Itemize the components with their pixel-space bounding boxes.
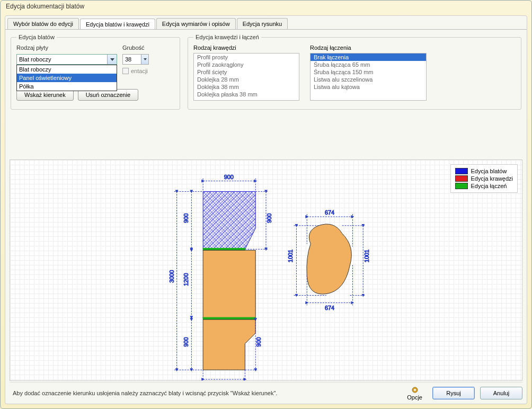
anuluj-button[interactable]: Anuluj <box>480 387 522 399</box>
svg-marker-11 <box>203 319 255 370</box>
dim-h-top: 900 <box>183 214 189 223</box>
tab-bar: Wybór blatów do edycji Edycja blatów i k… <box>5 16 527 29</box>
dim-h-bot: 900 <box>183 337 189 346</box>
panel-left-legend: Edycja blatów <box>16 34 57 40</box>
chevron-down-icon[interactable] <box>107 55 117 64</box>
list-item[interactable]: Brak łączenia <box>311 54 426 61</box>
drawing-area[interactable]: 900 900 3000 900 <box>10 159 522 381</box>
legend-label: Edycja krawędzi <box>471 175 513 182</box>
status-bar: Aby dodać oznaczenie kierunku usłojenia … <box>10 382 522 401</box>
drawing-svg: 900 900 3000 900 <box>10 160 522 380</box>
rodzaj-krawedzi-label: Rodzaj krawędzi <box>193 45 299 51</box>
window-title: Edycja dokumentacji blatów <box>1 1 531 13</box>
legend-label: Edycja łączeń <box>471 183 507 189</box>
svg-rect-10 <box>203 317 255 319</box>
rodzaj-plyty-combo[interactable]: Blat roboczy Blat roboczy Panel oświetle… <box>16 54 117 65</box>
rodzaj-laczenia-list[interactable]: Brak łączenia Śruba łącząca 65 mm Śruba … <box>310 53 427 101</box>
dd-item-panel-oswietleniowy[interactable]: Panel oświetleniowy <box>17 74 117 82</box>
list-item[interactable]: Doklejka płaska 38 mm <box>194 91 299 98</box>
list-item[interactable]: Profil prosty <box>194 54 299 61</box>
grubosc-value: 38 <box>125 56 131 63</box>
opcje-button[interactable]: Opcje <box>402 384 427 402</box>
swatch-krawedzi <box>455 175 468 182</box>
list-item[interactable]: Śruba łącząca 150 mm <box>311 68 426 76</box>
list-item[interactable]: Śruba łącząca 65 mm <box>311 61 426 68</box>
rodzaj-laczenia-label: Rodzaj łączenia <box>310 45 427 51</box>
panel-edycja-blatow: Edycja blatów Rodzaj płyty Grubość Blat … <box>11 34 180 110</box>
dim-h-bot-r: 900 <box>255 337 262 346</box>
list-item[interactable]: Listwa alu szczelinowa <box>311 76 426 83</box>
checkbox-box <box>122 68 129 74</box>
svg-rect-9 <box>203 250 255 318</box>
gear-icon <box>411 386 419 394</box>
dokumentacji-hint: entacji <box>131 68 148 74</box>
svg-point-42 <box>414 389 416 391</box>
svg-rect-8 <box>203 248 245 250</box>
panel-right-legend: Edycja krawędzi i łączeń <box>193 34 261 40</box>
tab-body: Edycja blatów Rodzaj płyty Grubość Blat … <box>5 29 527 404</box>
rodzaj-plyty-dropdown[interactable]: Blat roboczy Panel oświetleniowy Półka <box>16 65 117 91</box>
list-item[interactable]: Profil ścięty <box>194 68 299 76</box>
tab-rysunku[interactable]: Edycja rysunku <box>237 18 288 29</box>
tab-edycja-blatow[interactable]: Edycja blatów i krawędzi <box>80 19 155 30</box>
chevron-down-icon[interactable] <box>141 55 148 64</box>
swatch-blaty <box>455 168 468 174</box>
tab-wymiary[interactable]: Edycja wymiarów i opisów <box>156 18 236 29</box>
opcje-label: Opcje <box>407 394 422 401</box>
main-window: Edycja dokumentacji blatów Wybór blatów … <box>0 0 532 409</box>
island-group <box>307 224 351 294</box>
legend-label: Edycja blatów <box>471 168 507 174</box>
swatch-laczen <box>455 183 468 189</box>
dim-h-mid: 1200 <box>183 273 189 286</box>
main-worktop-group <box>203 191 255 370</box>
status-text: Aby dodać oznaczenie kierunku usłojenia … <box>10 390 397 396</box>
content-area: Wybór blatów do edycji Edycja blatów i k… <box>5 15 527 404</box>
list-item[interactable]: Doklejka 38 mm <box>194 83 299 91</box>
dim-island-w-top: 674 <box>325 209 334 216</box>
list-item[interactable]: Doklejka 28 mm <box>194 76 299 83</box>
grubosc-label: Grubość <box>122 45 145 51</box>
rodzaj-krawedzi-list[interactable]: Profil prosty Profil zaokrąglony Profil … <box>193 53 299 101</box>
legend-box: Edycja blatów Edycja krawędzi Edycja łąc… <box>450 164 518 193</box>
dim-total-height: 3000 <box>169 270 175 283</box>
panel-edycja-krawedzi: Edycja krawędzi i łączeń Rodzaj krawędzi… <box>188 34 521 110</box>
dim-top-width: 900 <box>224 174 234 180</box>
legend-row: Edycja blatów <box>455 168 513 174</box>
col-krawedzi: Rodzaj krawędzi Profil prosty Profil zao… <box>193 45 299 104</box>
dim-island-h-r: 1001 <box>363 250 370 262</box>
rodzaj-plyty-label: Rodzaj płyty <box>16 45 117 51</box>
rysuj-button[interactable]: Rysuj <box>432 387 475 399</box>
legend-row: Edycja krawędzi <box>455 175 513 182</box>
rodzaj-plyty-value: Blat roboczy <box>19 56 51 63</box>
top-panels: Edycja blatów Rodzaj płyty Grubość Blat … <box>5 30 527 114</box>
dim-island-w-bot: 674 <box>325 305 334 311</box>
list-item[interactable]: Listwa alu kątowa <box>311 83 426 91</box>
list-item[interactable]: Profil zaokrąglony <box>194 61 299 68</box>
dokumentacji-checkbox[interactable]: entacji <box>122 68 148 74</box>
svg-marker-7 <box>203 191 255 249</box>
dd-item-blat-roboczy[interactable]: Blat roboczy <box>17 65 117 74</box>
tab-wybor[interactable]: Wybór blatów do edycji <box>7 18 79 29</box>
col-laczenia: Rodzaj łączenia Brak łączenia Śruba łącz… <box>310 45 427 104</box>
grubosc-combo[interactable]: 38 <box>122 54 149 65</box>
dd-item-polka[interactable]: Półka <box>17 82 117 91</box>
dim-h-top-r: 900 <box>266 214 272 223</box>
dim-island-h-l: 1001 <box>287 250 294 262</box>
legend-row: Edycja łączeń <box>455 183 513 189</box>
